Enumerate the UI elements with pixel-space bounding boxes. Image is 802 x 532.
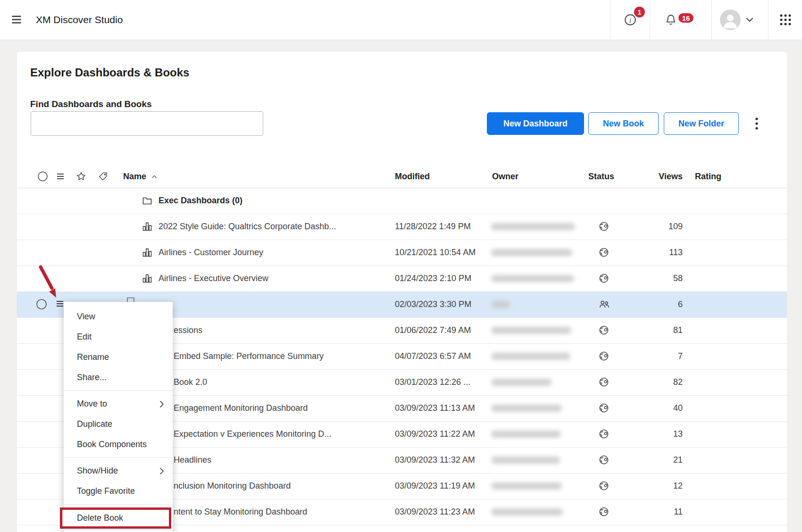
row-views: 58: [635, 266, 683, 291]
column-header-status[interactable]: Status: [588, 165, 614, 188]
folder-icon: [142, 195, 152, 206]
menu-item-share[interactable]: Share...: [64, 367, 173, 388]
owner-redacted: [491, 249, 572, 256]
account-section[interactable]: [711, 0, 769, 40]
row-modified: 03/09/2023 11:23 AM: [395, 499, 475, 525]
menu-item-duplicate[interactable]: Duplicate: [64, 414, 173, 434]
new-folder-button[interactable]: New Folder: [664, 112, 739, 135]
row-name[interactable]: Embed Sample: Performance Summary: [174, 343, 324, 369]
owner-redacted: [491, 431, 561, 438]
column-header-modified[interactable]: Modified: [395, 165, 430, 188]
row-views: 13: [635, 421, 683, 447]
globe-icon: [599, 429, 609, 439]
column-header-views[interactable]: Views: [635, 165, 683, 188]
row-views: 40: [635, 395, 683, 421]
new-book-button[interactable]: New Book: [588, 112, 659, 135]
search-label: Find Dashboards and Books: [30, 99, 152, 109]
row-context-menu: View Edit Rename Share... Move to Duplic…: [64, 302, 173, 532]
row-name[interactable]: essions: [174, 317, 202, 343]
table-row[interactable]: Airlines - Executive Overview 01/24/2023…: [17, 266, 787, 292]
notifications-badge: 16: [677, 12, 694, 24]
menu-item-rename[interactable]: Rename: [64, 347, 173, 367]
menu-item-edit[interactable]: Edit: [64, 327, 173, 347]
globe-icon: [599, 273, 609, 283]
globe-icon: [599, 403, 609, 413]
page-title: Explore Dashboards & Books: [30, 66, 189, 79]
menu-item-book-components[interactable]: Book Components: [64, 434, 173, 455]
owner-redacted: [491, 223, 575, 230]
menu-item-delete-book[interactable]: Delete Book: [64, 507, 173, 529]
globe-icon: [599, 247, 609, 258]
person-icon: [722, 12, 738, 28]
owner-redacted: [491, 301, 510, 308]
table-row[interactable]: Airlines - Customer Journey 10/21/2021 1…: [17, 240, 787, 266]
row-name[interactable]: Airlines - Executive Overview: [159, 266, 268, 291]
globe-icon: [599, 221, 609, 232]
row-modified: 01/24/2023 2:10 PM: [395, 266, 471, 291]
help-section[interactable]: 1: [610, 0, 650, 40]
owner-redacted: [491, 405, 562, 412]
row-name[interactable]: ntent to Stay Monitoring Dashboard: [174, 499, 307, 525]
waffle-grid-icon[interactable]: [779, 14, 792, 26]
row-name[interactable]: nclusion Monitoring Dashboard: [174, 473, 291, 499]
row-views: 12: [635, 473, 683, 499]
notifications-section[interactable]: 16: [650, 0, 712, 40]
info-badge: 1: [633, 6, 646, 18]
top-bar: XM Discover Studio 1 16: [0, 0, 802, 40]
globe-icon: [599, 325, 609, 335]
row-modified: 03/01/2023 12:26 ...: [395, 369, 470, 395]
owner-redacted: [491, 508, 563, 515]
app-switcher-section[interactable]: [768, 0, 802, 40]
menu-item-view[interactable]: View: [64, 307, 173, 327]
chevron-down-icon[interactable]: [746, 17, 753, 22]
select-all-circle-icon[interactable]: [37, 171, 48, 182]
new-dashboard-button[interactable]: New Dashboard: [487, 112, 584, 135]
people-icon: [599, 299, 610, 309]
row-name[interactable]: Airlines - Customer Journey: [159, 240, 263, 266]
menu-item-toggle-favorite[interactable]: Toggle Favorite: [64, 481, 173, 501]
column-header-rating[interactable]: Rating: [695, 165, 721, 188]
label-tag-icon[interactable]: [98, 172, 108, 182]
global-menu-icon[interactable]: [11, 15, 22, 24]
globe-icon: [599, 481, 609, 491]
row-name[interactable]: Book 2.0: [174, 369, 207, 395]
search-input[interactable]: [31, 111, 263, 136]
table-header: Name Modified Owner Status Views Rating: [17, 165, 787, 188]
table-row-folder[interactable]: Exec Dashboards (0): [17, 188, 787, 214]
bell-icon[interactable]: [664, 14, 677, 26]
menu-item-move-to[interactable]: Move to: [64, 394, 173, 414]
row-menu-trigger-icon[interactable]: [56, 300, 64, 307]
row-name[interactable]: Engagement Monitoring Dashboard: [174, 395, 308, 421]
avatar[interactable]: [720, 9, 741, 30]
dashboard-chart-icon: [142, 247, 152, 258]
column-header-name[interactable]: Name: [123, 165, 146, 188]
row-modified: 03/09/2023 11:13 AM: [395, 395, 475, 421]
globe-icon: [599, 377, 609, 387]
row-views: 6: [635, 291, 683, 317]
row-views: 21: [635, 447, 683, 473]
row-modified: 03/09/2023 11:32 AM: [395, 447, 475, 473]
row-views: 11: [635, 499, 683, 525]
row-select-circle-icon[interactable]: [36, 299, 47, 310]
globe-icon: [599, 351, 609, 361]
menu-separator: [64, 504, 173, 505]
row-modified: 03/09/2023 11:19 AM: [395, 473, 475, 499]
row-name[interactable]: Headlines: [174, 447, 211, 473]
owner-redacted: [491, 275, 574, 282]
row-views: 81: [635, 317, 683, 343]
row-modified: 02/03/2023 3:30 PM: [395, 291, 471, 317]
favorite-star-icon[interactable]: [76, 171, 86, 182]
row-name[interactable]: 2022 Style Guide: Qualtrics Corporate Da…: [159, 214, 336, 240]
row-name[interactable]: Expectation v Experiences Monitoring D..…: [174, 421, 331, 447]
more-options-button[interactable]: [750, 117, 763, 130]
menu-separator: [64, 457, 173, 458]
row-modified: 11/28/2022 1:49 PM: [395, 214, 471, 240]
owner-redacted: [491, 457, 560, 464]
menu-item-show-hide[interactable]: Show/Hide: [64, 461, 173, 481]
column-header-owner[interactable]: Owner: [492, 165, 518, 188]
row-name[interactable]: Exec Dashboards (0): [159, 188, 242, 214]
globe-icon: [599, 455, 609, 465]
row-views: 82: [635, 369, 683, 395]
chevron-right-icon: [159, 400, 164, 408]
table-row[interactable]: 2022 Style Guide: Qualtrics Corporate Da…: [17, 214, 787, 240]
